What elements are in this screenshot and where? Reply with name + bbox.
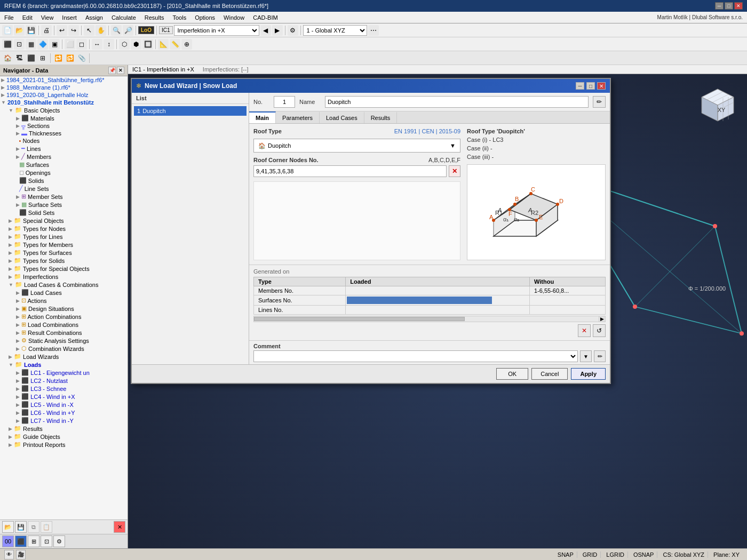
tb2-13[interactable]: 📐	[158, 39, 169, 50]
scroll-right-btn[interactable]: ▶	[599, 316, 605, 322]
tree-materials[interactable]: ▶ ⬛ Materials	[0, 114, 128, 122]
tree-linesets[interactable]: ╱ Line Sets	[0, 185, 128, 193]
tree-loadcomb[interactable]: ▶ ⊞ Load Combinations	[0, 321, 128, 329]
maximize-button[interactable]: □	[725, 2, 733, 10]
global-xyz-dropdown[interactable]: 1 - Global XYZ	[303, 25, 367, 36]
no-input[interactable]	[274, 96, 295, 108]
tree-typesforspecial[interactable]: ▶ 📁 Types for Special Objects	[0, 265, 128, 273]
tab-parameters[interactable]: Parameters	[276, 111, 320, 123]
tb2-10[interactable]: ⬡	[119, 39, 130, 50]
tb2-14[interactable]: 📏	[170, 39, 180, 50]
tree-file1[interactable]: ▶ 1984_2021-01_Stahlbühne_fertig.rf6*	[0, 76, 128, 84]
comment-edit-btn[interactable]: ✏	[594, 350, 606, 362]
menu-options[interactable]: Options	[190, 13, 219, 22]
tree-lc2[interactable]: ▶ ⬛ LC2 - Nutzlast	[0, 377, 128, 385]
tree-lc3[interactable]: ▶ ⬛ LC3 - Schnee	[0, 385, 128, 393]
ic1-label[interactable]: IC1	[159, 26, 173, 34]
menu-insert[interactable]: Insert	[58, 13, 81, 22]
tree-lc1[interactable]: ▶ ⬛ LC1 - Eigengewicht un	[0, 369, 128, 377]
list-item-duopitch[interactable]: 1 Duopitch	[134, 106, 247, 116]
tree-lc5[interactable]: ▶ ⬛ LC5 - Wind in -X	[0, 401, 128, 409]
tree-typesforsurfaces[interactable]: ▶ 📁 Types for Surfaces	[0, 249, 128, 257]
nav-icon3[interactable]: ⊞	[28, 535, 39, 547]
comment-dropdown-btn[interactable]: ▼	[580, 350, 592, 362]
tree-actions[interactable]: ▶ ⊡ Actions	[0, 297, 128, 305]
nav-delete-btn[interactable]: ✕	[114, 521, 125, 533]
nav-open-btn[interactable]: 📂	[2, 521, 14, 533]
status-lgrid[interactable]: LGRID	[603, 551, 628, 558]
tree-loads[interactable]: ▼ 📁 Loads	[0, 361, 128, 369]
nav-cube-svg[interactable]: XY	[694, 81, 742, 129]
tree-members[interactable]: ▶ ╱ Members	[0, 153, 128, 161]
ok-button[interactable]: OK	[496, 368, 528, 380]
nav-icon5[interactable]: ⚙	[53, 535, 65, 547]
tab-loadcases[interactable]: Load Cases	[320, 111, 364, 123]
navigator-close-btn[interactable]: ✕	[117, 67, 124, 74]
loo-btn[interactable]: LoO	[138, 26, 154, 34]
tree-designsit[interactable]: ▶ ▣ Design Situations	[0, 305, 128, 313]
menu-assign[interactable]: Assign	[81, 13, 107, 22]
dialog-close-btn[interactable]: ✕	[597, 82, 606, 90]
nav-icon1[interactable]: 00	[2, 535, 14, 547]
print-btn[interactable]: 🖨	[41, 25, 52, 36]
menu-cadbim[interactable]: CAD-BIM	[249, 13, 282, 22]
tree-solidsets[interactable]: ⬛ Solid Sets	[0, 209, 128, 217]
tb2-12[interactable]: 🔲	[142, 39, 153, 50]
tree-actioncomb[interactable]: ▶ ⊞ Action Combinations	[0, 313, 128, 321]
tree-typesforsolids[interactable]: ▶ 📁 Types for Solids	[0, 257, 128, 265]
more-btn[interactable]: ⋯	[368, 25, 379, 36]
tb3-3[interactable]: ⬛	[26, 53, 36, 63]
nav-icon4[interactable]: ⊡	[41, 535, 52, 547]
tree-basic[interactable]: ▼ 📁 Basic Objects	[0, 106, 128, 114]
tb2-15[interactable]: ⊕	[181, 39, 192, 50]
tb2-1[interactable]: ⬛	[2, 39, 13, 50]
imperfektion-dropdown[interactable]: Imperfektion in +X	[174, 25, 259, 36]
tb2-11[interactable]: ⬢	[131, 39, 141, 50]
prev-case-btn[interactable]: ◀	[260, 25, 271, 36]
status-left-icon[interactable]: 👁	[4, 550, 14, 559]
undo-btn[interactable]: ↩	[57, 25, 67, 36]
tree-surfaces[interactable]: ▦ Surfaces	[0, 161, 128, 169]
tb2-2[interactable]: ⊡	[14, 39, 25, 50]
name-edit-btn[interactable]: ✏	[593, 96, 606, 108]
tb3-4[interactable]: ⊞	[37, 53, 48, 63]
menu-window[interactable]: Window	[219, 13, 249, 22]
nav-paste-btn[interactable]: 📋	[41, 521, 52, 533]
tree-typesforlines[interactable]: ▶ 📁 Types for Lines	[0, 233, 128, 241]
zoom-in-btn[interactable]: 🔍	[111, 25, 122, 36]
tb2-3[interactable]: ▦	[26, 39, 36, 50]
corner-nodes-clear-btn[interactable]: ✕	[449, 165, 460, 177]
tree-guideobj[interactable]: ▶ 📁 Guide Objects	[0, 433, 128, 441]
tree-resultcomb[interactable]: ▶ ⊞ Result Combinations	[0, 329, 128, 337]
tree-loadcases[interactable]: ▼ 📁 Load Cases & Combinations	[0, 281, 128, 289]
nav-cube[interactable]: XY	[694, 81, 742, 129]
save-btn[interactable]: 💾	[26, 25, 36, 36]
cancel-button[interactable]: Cancel	[531, 368, 568, 380]
tree-typesformembers[interactable]: ▶ 📁 Types for Members	[0, 241, 128, 249]
corner-nodes-input[interactable]	[253, 165, 447, 177]
tb3-5[interactable]: 🔁	[53, 53, 63, 63]
table-scrollbar[interactable]: ▶	[253, 316, 606, 322]
tree-staticanalysis[interactable]: ▶ ⚙ Static Analysis Settings	[0, 337, 128, 345]
clear-generated-btn[interactable]: ✕	[578, 324, 591, 337]
tree-lc6[interactable]: ▶ ⬛ LC6 - Wind in +Y	[0, 409, 128, 417]
select-btn[interactable]: ↖	[84, 25, 94, 36]
tree-thicknesses[interactable]: ▶ ▬ Thicknesses	[0, 130, 128, 137]
tree-printout[interactable]: ▶ 📁 Printout Reports	[0, 441, 128, 449]
tree-specialobj[interactable]: ▶ 📁 Special Objects	[0, 217, 128, 225]
new-btn[interactable]: 📄	[2, 25, 13, 36]
tb2-8[interactable]: ↔	[92, 39, 102, 50]
open-btn[interactable]: 📂	[14, 25, 25, 36]
dialog-minimize-btn[interactable]: ─	[576, 82, 584, 90]
menu-tools[interactable]: Tools	[168, 13, 190, 22]
tree-file3[interactable]: ▶ 1991_2020-08_Lagerhalle Holz	[0, 91, 128, 99]
comment-input[interactable]	[253, 350, 578, 362]
tree-lc[interactable]: ▶ ⬛ Load Cases	[0, 289, 128, 297]
tree-results[interactable]: ▶ 📁 Results	[0, 425, 128, 433]
name-input[interactable]	[325, 96, 589, 108]
redo-btn[interactable]: ↪	[68, 25, 79, 36]
tb2-5[interactable]: ▣	[49, 39, 60, 50]
settings-btn[interactable]: ⚙	[288, 25, 298, 36]
table-scrollbar-thumb[interactable]	[254, 317, 465, 321]
minimize-button[interactable]: ─	[715, 2, 724, 10]
